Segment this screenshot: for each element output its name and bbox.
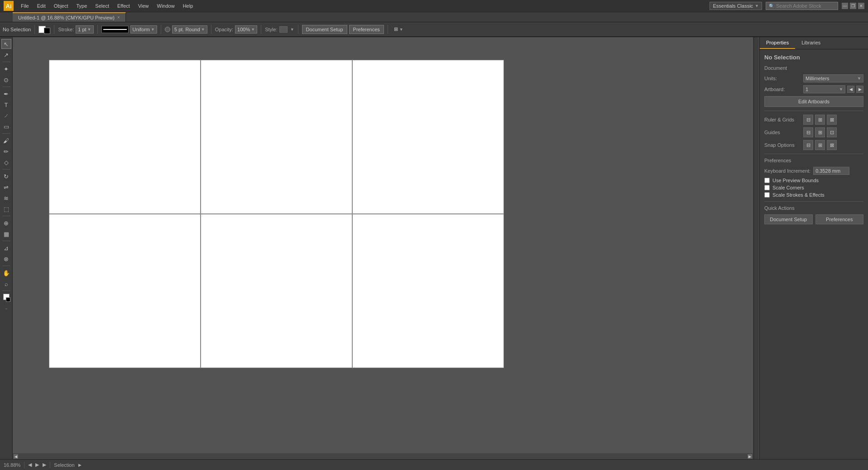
document-tab[interactable]: Untitled-1 @ 16.88% (CMYK/GPU Preview) × (13, 12, 126, 22)
snap-to-grid-btn[interactable]: ⊞ (815, 140, 825, 150)
pencil-tool[interactable]: ✏ (1, 146, 11, 156)
stroke-profile-dropdown[interactable]: 5 pt. Round ▼ (172, 25, 207, 34)
properties-panel-content: No Selection Document Units: Millimeters… (760, 49, 868, 460)
stroke-swatch[interactable] (44, 28, 50, 34)
menu-item-window[interactable]: Window (153, 2, 178, 10)
stroke-color-dot[interactable] (165, 27, 170, 32)
reflect-tool[interactable]: ⇌ (1, 182, 11, 192)
menu-item-view[interactable]: View (134, 2, 153, 10)
artboard-1 (49, 60, 201, 214)
shaper-tool[interactable]: ◇ (1, 157, 11, 167)
status-play-button[interactable]: ▶ (35, 462, 39, 468)
menu-item-edit[interactable]: Edit (34, 2, 49, 10)
grid-icon-btn[interactable]: ⊞ (815, 115, 825, 125)
free-transform-tool[interactable]: ⬚ (1, 204, 11, 214)
more-tools-button[interactable]: ··· (1, 304, 11, 314)
color-boxes[interactable] (1, 293, 11, 303)
arrange-arrow: ▼ (399, 27, 403, 32)
status-prev-button[interactable]: ◀ (28, 462, 32, 468)
status-bar: 16.88% ◀ ▶ ▶ Selection ▶ (0, 459, 868, 470)
edit-artboards-button[interactable]: Edit Artboards (764, 96, 863, 107)
opacity-value: 100% (237, 27, 250, 32)
units-dropdown[interactable]: Millimeters ▼ (803, 74, 863, 82)
stroke-weight-dropdown[interactable]: 1 pt ▼ (76, 25, 93, 34)
tab-close-button[interactable]: × (117, 15, 120, 20)
smart-guides-btn[interactable]: ⊡ (827, 127, 837, 137)
menu-item-help[interactable]: Help (179, 2, 197, 10)
selection-tool[interactable]: ↖ (1, 39, 11, 49)
menu-item-file[interactable]: File (17, 2, 33, 10)
menu-item-effect[interactable]: Effect (114, 2, 134, 10)
quick-preferences-button[interactable]: Preferences (815, 214, 864, 224)
type-tool[interactable]: T (1, 100, 11, 110)
perspective-grid-btn[interactable]: ⊠ (827, 115, 837, 125)
ruler-icon-btn[interactable]: ⊟ (803, 115, 813, 125)
toolbar-separator-7 (298, 25, 298, 34)
stroke-style-dropdown[interactable]: Uniform ▼ (130, 25, 157, 34)
keyboard-increment-row: Keyboard Increment: (764, 167, 863, 175)
hand-tool[interactable]: ✋ (1, 268, 11, 278)
artboard-next-button[interactable]: ▶ (856, 86, 863, 93)
divider-3 (764, 201, 863, 202)
preferences-toolbar-button[interactable]: Preferences (349, 25, 384, 34)
scale-strokes-checkbox[interactable] (764, 192, 770, 198)
canvas-area[interactable]: ▲ ▼ ◀ ▶ (13, 37, 759, 460)
direct-selection-tool[interactable]: ↗ (1, 50, 11, 60)
toolbar-separator-8 (388, 25, 388, 34)
lasso-tool[interactable]: ⊙ (1, 75, 11, 85)
units-row: Units: Millimeters ▼ (764, 74, 863, 82)
document-setup-button[interactable]: Document Setup (302, 25, 347, 34)
menu-item-object[interactable]: Object (50, 2, 72, 10)
arrange-button[interactable]: ⊞ ▼ (392, 25, 406, 33)
canvas-hscrollbar[interactable]: ◀ ▶ (13, 453, 753, 460)
pen-tool[interactable]: ✒ (1, 89, 11, 99)
artboard-prev-button[interactable]: ◀ (847, 86, 854, 93)
hscroll-right-button[interactable]: ▶ (748, 454, 752, 459)
keyboard-increment-input[interactable] (813, 167, 849, 175)
panel-collapse-button[interactable] (755, 38, 758, 56)
eyedropper-tool[interactable]: ⊿ (1, 243, 11, 253)
toolbar-separator-2 (54, 25, 54, 34)
line-tool[interactable]: ⟋ (1, 111, 11, 121)
close-button[interactable]: ✕ (858, 3, 864, 9)
minimize-button[interactable]: — (842, 3, 848, 9)
search-box[interactable]: 🔍 Search Adobe Stock (766, 2, 838, 10)
warp-tool[interactable]: ≋ (1, 193, 11, 203)
use-preview-bounds-checkbox[interactable] (764, 178, 770, 183)
rotate-tool[interactable]: ↻ (1, 171, 11, 181)
libraries-tab[interactable]: Libraries (795, 37, 827, 49)
units-label: Units: (764, 76, 801, 81)
menu-item-select[interactable]: Select (91, 2, 113, 10)
blend-tool[interactable]: ⊗ (1, 254, 11, 264)
toolbar-separator-5 (211, 25, 211, 34)
style-swatch[interactable] (279, 26, 288, 33)
scale-corners-checkbox[interactable] (764, 185, 770, 190)
tool-separator-6 (2, 241, 10, 241)
zoom-tool[interactable]: ⌕ (1, 279, 11, 289)
opacity-label: Opacity: (215, 27, 233, 32)
search-icon: 🔍 (769, 4, 774, 9)
hscroll-left-button[interactable]: ◀ (14, 454, 18, 459)
status-next-button[interactable]: ▶ (43, 462, 46, 468)
workspace-selector[interactable]: Essentials Classic ▼ (710, 2, 762, 10)
artboard-dropdown[interactable]: 1 ▼ (803, 85, 845, 93)
artboard-5 (201, 214, 352, 368)
maximize-button[interactable]: ❐ (850, 3, 856, 9)
snap-to-point-btn[interactable]: ⊟ (803, 140, 813, 150)
snap-options-row: Snap Options ⊟ ⊞ ⊠ (764, 140, 863, 150)
opacity-dropdown[interactable]: 100% ▼ (235, 25, 257, 34)
menu-item-type[interactable]: Type (73, 2, 91, 10)
artboard-2 (201, 60, 352, 214)
column-graph-tool[interactable]: ▦ (1, 229, 11, 239)
shape-tool[interactable]: ▭ (1, 121, 11, 131)
magic-wand-tool[interactable]: ✦ (1, 64, 11, 74)
show-guides-btn[interactable]: ⊟ (803, 127, 813, 137)
paintbrush-tool[interactable]: 🖌 (1, 136, 11, 145)
quick-document-setup-button[interactable]: Document Setup (764, 214, 813, 224)
lock-guides-btn[interactable]: ⊞ (815, 127, 825, 137)
snap-to-pixel-btn[interactable]: ⊠ (827, 140, 837, 150)
quick-actions-title: Quick Actions (764, 205, 863, 211)
symbol-sprayer-tool[interactable]: ⊕ (1, 218, 11, 228)
properties-tab[interactable]: Properties (760, 37, 795, 49)
divider-2 (764, 154, 863, 154)
